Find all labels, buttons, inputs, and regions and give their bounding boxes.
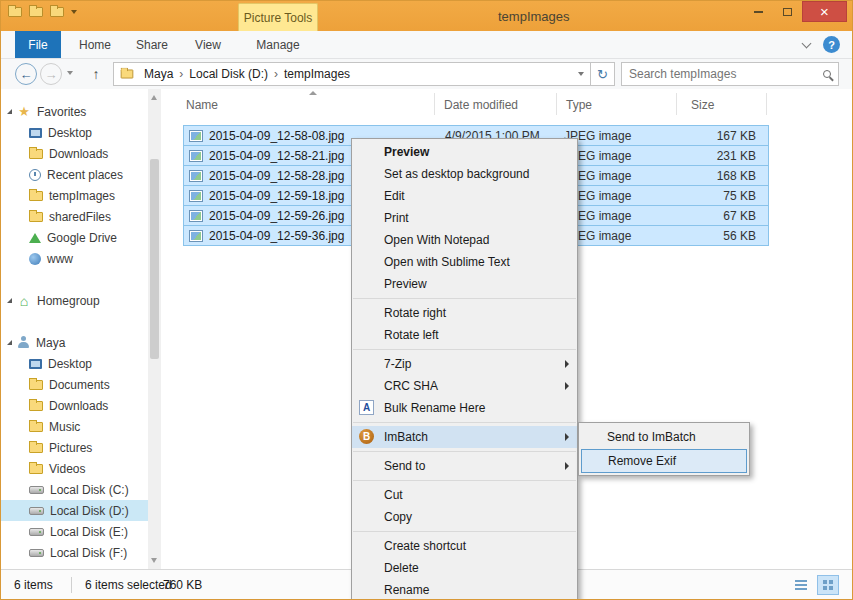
sidebar-item-user-desktop[interactable]: Desktop — [1, 353, 148, 374]
column-header-name[interactable]: Name — [186, 98, 218, 112]
sidebar-item-google-drive[interactable]: Google Drive — [1, 227, 148, 248]
menu-item-7zip[interactable]: 7-Zip — [352, 353, 577, 375]
minimize-button[interactable] — [744, 1, 773, 22]
sidebar-item-tempimages[interactable]: tempImages — [1, 185, 148, 206]
breadcrumb-segment-folder[interactable]: tempImages — [280, 67, 354, 81]
search-icon[interactable] — [823, 70, 831, 78]
menu-item-rename[interactable]: Rename — [352, 579, 577, 600]
thumbnails-view-button[interactable] — [817, 575, 839, 595]
scrollbar-thumb[interactable] — [150, 159, 159, 359]
refresh-button[interactable]: ↻ — [591, 62, 615, 86]
scroll-down-icon[interactable] — [151, 558, 157, 563]
menu-item-open-with-sublime-text[interactable]: Open with Sublime Text — [352, 251, 577, 273]
help-button[interactable]: ? — [823, 36, 840, 53]
sidebar-item-local-disk-f[interactable]: Local Disk (F:) — [1, 542, 148, 563]
sidebar-item-label: Local Disk (D:) — [50, 504, 129, 518]
tab-home[interactable]: Home — [71, 31, 119, 58]
breadcrumb[interactable]: Maya › Local Disk (D:) › tempImages — [113, 62, 591, 86]
expand-triangle-icon[interactable] — [7, 340, 12, 345]
menu-item-label: CRC SHA — [384, 379, 438, 393]
menu-item-imbatch[interactable]: BImBatch — [352, 426, 577, 448]
back-button[interactable]: ← — [15, 63, 37, 85]
sidebar-item-downloads[interactable]: Downloads — [1, 143, 148, 164]
sidebar-item-www[interactable]: www — [1, 248, 148, 269]
breadcrumb-separator-icon[interactable]: › — [177, 67, 185, 81]
expand-triangle-icon[interactable] — [7, 298, 12, 303]
column-divider[interactable] — [676, 93, 677, 115]
sidebar-item-sharedfiles[interactable]: sharedFiles — [1, 206, 148, 227]
maximize-button[interactable] — [773, 1, 802, 22]
search-box[interactable] — [621, 62, 839, 86]
sidebar-section-user[interactable]: Maya — [1, 332, 148, 353]
menu-item-copy[interactable]: Copy — [352, 506, 577, 528]
menu-item-crc-sha[interactable]: CRC SHA — [352, 375, 577, 397]
breadcrumb-separator-icon[interactable]: › — [272, 67, 280, 81]
menu-item-open-with-notepad[interactable]: Open With Notepad — [352, 229, 577, 251]
up-button[interactable]: ↑ — [85, 63, 107, 85]
sidebar-item-documents[interactable]: Documents — [1, 374, 148, 395]
column-divider[interactable] — [556, 93, 557, 115]
history-dropdown-icon[interactable] — [67, 71, 73, 75]
sidebar-item-desktop[interactable]: Desktop — [1, 122, 148, 143]
address-dropdown-icon[interactable] — [578, 72, 584, 76]
file-name: 2015-04-09_12-59-18.jpg — [209, 189, 344, 203]
column-header-type[interactable]: Type — [566, 98, 592, 112]
qat-folder-icon-1[interactable] — [29, 7, 43, 17]
column-header-size[interactable]: Size — [691, 98, 714, 112]
tab-manage[interactable]: Manage — [238, 31, 318, 58]
expand-triangle-icon[interactable] — [7, 109, 12, 114]
sort-ascending-icon[interactable] — [309, 91, 317, 95]
menu-item-print[interactable]: Print — [352, 207, 577, 229]
sidebar-section-favorites[interactable]: ★ Favorites — [1, 101, 148, 122]
sidebar-section-homegroup[interactable]: ⌂ Homegroup — [1, 290, 148, 311]
search-input[interactable] — [629, 67, 823, 81]
tab-file[interactable]: File — [15, 31, 61, 58]
submenu-item-send-to-imbatch[interactable]: Send to ImBatch — [581, 425, 747, 449]
qat-folder-icon-2[interactable] — [50, 7, 64, 17]
qat-dropdown-icon[interactable] — [71, 10, 77, 14]
sidebar-item-local-disk-e[interactable]: Local Disk (E:) — [1, 521, 148, 542]
breadcrumb-segment-user[interactable]: Maya — [140, 67, 177, 81]
menu-item-set-as-desktop-background[interactable]: Set as desktop background — [352, 163, 577, 185]
menu-item-edit[interactable]: Edit — [352, 185, 577, 207]
submenu-item-remove-exif[interactable]: Remove Exif — [581, 449, 747, 473]
tab-share[interactable]: Share — [127, 31, 177, 58]
sidebar-item-user-downloads[interactable]: Downloads — [1, 395, 148, 416]
menu-item-rotate-right[interactable]: Rotate right — [352, 302, 577, 324]
scroll-up-icon[interactable] — [151, 95, 157, 100]
column-header-date-modified[interactable]: Date modified — [444, 98, 518, 112]
sidebar-item-recent-places[interactable]: Recent places — [1, 164, 148, 185]
breadcrumb-segment-drive[interactable]: Local Disk (D:) — [185, 67, 272, 81]
menu-item-delete[interactable]: Delete — [352, 557, 577, 579]
file-name: 2015-04-09_12-58-21.jpg — [209, 149, 344, 163]
sidebar-item-videos[interactable]: Videos — [1, 458, 148, 479]
column-divider[interactable] — [766, 93, 767, 115]
menu-item-send-to[interactable]: Send to — [352, 455, 577, 477]
sidebar-item-pictures[interactable]: Pictures — [1, 437, 148, 458]
close-button[interactable]: × — [802, 1, 847, 22]
image-file-icon — [189, 170, 203, 182]
menu-item-create-shortcut[interactable]: Create shortcut — [352, 535, 577, 557]
file-size: 168 KB — [717, 169, 756, 183]
sidebar-item-local-disk-d[interactable]: Local Disk (D:) — [1, 500, 148, 521]
minimize-icon — [754, 11, 763, 13]
ribbon-collapse-icon[interactable] — [802, 40, 810, 48]
sidebar-item-music[interactable]: Music — [1, 416, 148, 437]
details-view-button[interactable] — [790, 575, 812, 595]
sidebar-item-label: tempImages — [49, 189, 115, 203]
sidebar-item-local-disk-c[interactable]: Local Disk (C:) — [1, 479, 148, 500]
picture-tools-tab[interactable]: Picture Tools — [238, 3, 318, 31]
sidebar-scrollbar[interactable] — [148, 89, 161, 569]
menu-item-bulk-rename-here[interactable]: ABulk Rename Here — [352, 397, 577, 419]
sidebar-item-label: Local Disk (C:) — [50, 483, 129, 497]
menu-item-cut[interactable]: Cut — [352, 484, 577, 506]
menu-item-preview[interactable]: Preview — [352, 141, 577, 163]
menu-item-preview-2[interactable]: Preview — [352, 273, 577, 295]
app-folder-icon[interactable] — [8, 7, 22, 17]
column-divider[interactable] — [434, 93, 435, 115]
menu-item-rotate-left[interactable]: Rotate left — [352, 324, 577, 346]
tab-view[interactable]: View — [185, 31, 231, 58]
sidebar-item-label: Google Drive — [47, 231, 117, 245]
forward-button[interactable]: → — [40, 63, 62, 85]
details-view-icon — [795, 580, 807, 590]
